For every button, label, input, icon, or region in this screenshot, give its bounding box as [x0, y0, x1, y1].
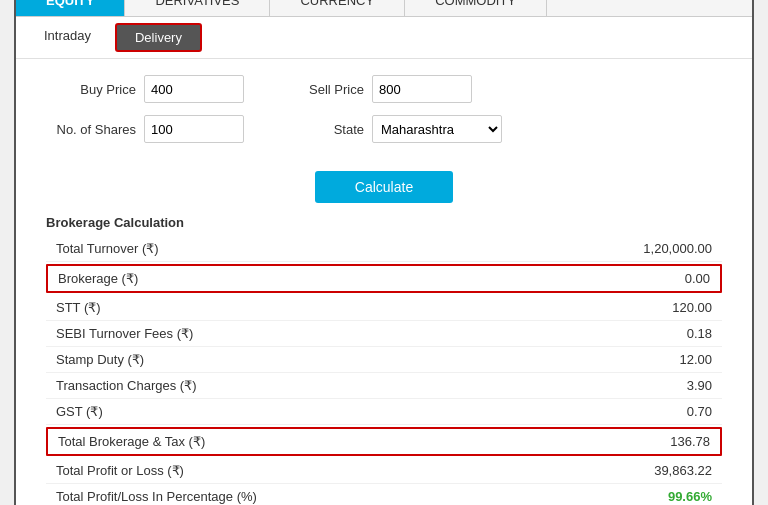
result-label: Brokerage (₹): [58, 271, 138, 286]
result-label: Total Profit/Loss In Percentage (%): [56, 489, 257, 504]
result-label: SEBI Turnover Fees (₹): [56, 326, 193, 341]
result-row: GST (₹)0.70: [46, 399, 722, 425]
result-row: Brokerage (₹)0.00: [46, 264, 722, 293]
calculator-container: EQUITY DERIVATIVES CURRENCY COMMODITY In…: [14, 0, 754, 505]
result-value: 1,20,000.00: [643, 241, 712, 256]
results-section: Brokerage Calculation Total Turnover (₹)…: [16, 215, 752, 505]
result-row: Total Brokerage & Tax (₹)136.78: [46, 427, 722, 456]
form-section: Buy Price Sell Price No. of Shares State…: [16, 59, 752, 163]
shares-label: No. of Shares: [46, 122, 136, 137]
state-select[interactable]: Maharashtra Delhi Karnataka Tamil Nadu: [372, 115, 502, 143]
sell-price-group: Sell Price: [274, 75, 472, 103]
tab-currency[interactable]: CURRENCY: [270, 0, 405, 16]
tab-bar: EQUITY DERIVATIVES CURRENCY COMMODITY: [16, 0, 752, 17]
result-row: Total Profit or Loss (₹)39,863.22: [46, 458, 722, 484]
result-value: 0.00: [685, 271, 710, 286]
result-row: Stamp Duty (₹)12.00: [46, 347, 722, 373]
subtab-bar: Intraday Delivery: [16, 17, 752, 59]
tab-derivatives[interactable]: DERIVATIVES: [125, 0, 270, 16]
tab-commodity[interactable]: COMMODITY: [405, 0, 547, 16]
result-label: Total Turnover (₹): [56, 241, 159, 256]
state-group: State Maharashtra Delhi Karnataka Tamil …: [274, 115, 502, 143]
result-row: Transaction Charges (₹)3.90: [46, 373, 722, 399]
sell-price-input[interactable]: [372, 75, 472, 103]
state-label: State: [274, 122, 364, 137]
tab-equity[interactable]: EQUITY: [16, 0, 125, 16]
calculate-button[interactable]: Calculate: [315, 171, 453, 203]
form-row-1: Buy Price Sell Price: [46, 75, 722, 103]
form-row-2: No. of Shares State Maharashtra Delhi Ka…: [46, 115, 722, 143]
result-label: GST (₹): [56, 404, 103, 419]
result-label: STT (₹): [56, 300, 101, 315]
shares-group: No. of Shares: [46, 115, 244, 143]
result-label: Total Brokerage & Tax (₹): [58, 434, 205, 449]
result-value: 120.00: [672, 300, 712, 315]
sell-price-label: Sell Price: [274, 82, 364, 97]
result-value: 0.70: [687, 404, 712, 419]
result-label: Transaction Charges (₹): [56, 378, 196, 393]
result-label: Stamp Duty (₹): [56, 352, 144, 367]
result-row: STT (₹)120.00: [46, 295, 722, 321]
result-row: SEBI Turnover Fees (₹)0.18: [46, 321, 722, 347]
result-value: 3.90: [687, 378, 712, 393]
result-label: Total Profit or Loss (₹): [56, 463, 184, 478]
buy-price-input[interactable]: [144, 75, 244, 103]
buy-price-group: Buy Price: [46, 75, 244, 103]
result-value: 136.78: [670, 434, 710, 449]
subtab-intraday[interactable]: Intraday: [26, 23, 109, 52]
result-value: 0.18: [687, 326, 712, 341]
result-value: 12.00: [679, 352, 712, 367]
result-value: 99.66%: [668, 489, 712, 504]
result-value: 39,863.22: [654, 463, 712, 478]
shares-input[interactable]: [144, 115, 244, 143]
subtab-delivery[interactable]: Delivery: [115, 23, 202, 52]
buy-price-label: Buy Price: [46, 82, 136, 97]
results-title: Brokerage Calculation: [46, 215, 722, 230]
result-row: Total Turnover (₹)1,20,000.00: [46, 236, 722, 262]
calculate-button-row: Calculate: [16, 163, 752, 215]
result-row: Total Profit/Loss In Percentage (%)99.66…: [46, 484, 722, 505]
